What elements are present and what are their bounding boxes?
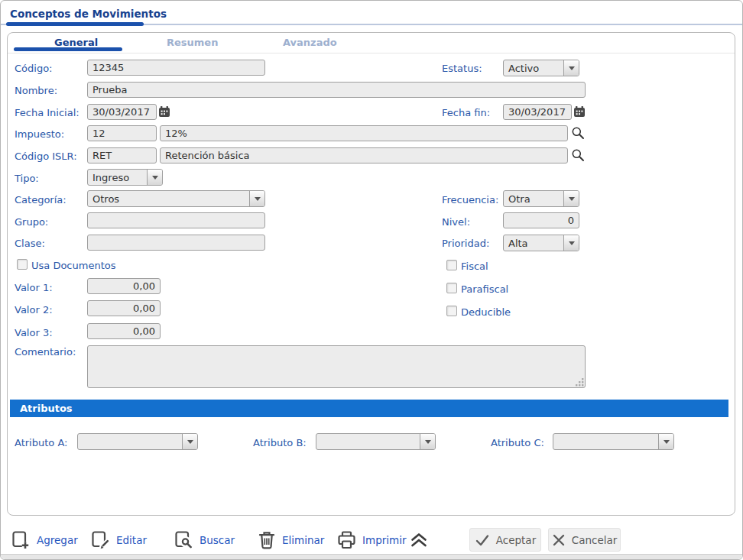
usa-documentos-label: Usa Documentos (31, 260, 115, 271)
valor2-input[interactable] (87, 300, 161, 316)
prioridad-value: Alta (504, 235, 563, 251)
atributos-section-header: Atributos (10, 400, 728, 417)
frecuencia-value: Otra (504, 191, 563, 206)
atributo-c-label: Atributo C: (491, 437, 544, 448)
chevron-down-icon[interactable] (420, 434, 435, 449)
chevron-down-icon[interactable] (147, 170, 162, 185)
collapse-toolbar-button[interactable] (408, 528, 430, 552)
codigo-input[interactable] (87, 60, 265, 76)
atributo-b-label: Atributo B: (253, 437, 307, 448)
codigo-islr-label: Código ISLR: (15, 151, 77, 162)
chevron-down-icon[interactable] (658, 434, 673, 449)
comentario-textarea[interactable] (87, 345, 586, 388)
codigo-islr-code-input[interactable] (87, 147, 157, 163)
fiscal-label: Fiscal (461, 261, 488, 272)
atributo-c-value (553, 434, 658, 449)
valor3-input[interactable] (87, 323, 161, 339)
tab-general[interactable]: General (54, 37, 98, 48)
edit-document-icon (90, 529, 111, 551)
clase-input[interactable] (87, 235, 265, 251)
chevron-down-icon[interactable] (249, 191, 264, 206)
fiscal-checkbox[interactable] (446, 260, 457, 270)
eliminar-button[interactable]: Eliminar (257, 528, 324, 552)
trash-icon (257, 529, 277, 551)
buscar-button[interactable]: Buscar (174, 528, 235, 552)
grupo-label: Grupo: (15, 216, 48, 228)
deducible-label: Deducible (461, 306, 511, 318)
parafiscal-label: Parafiscal (461, 283, 508, 295)
usa-documentos-checkbox[interactable] (17, 259, 28, 270)
prioridad-dropdown[interactable]: Alta (503, 235, 579, 251)
estatus-dropdown[interactable]: Activo (503, 60, 579, 76)
atributo-b-value (316, 434, 420, 449)
valor2-label: Valor 2: (15, 304, 53, 316)
codigo-islr-description-input[interactable] (160, 147, 568, 163)
prioridad-label: Prioridad: (442, 238, 489, 249)
cancelar-label: Cancelar (572, 534, 618, 546)
impuesto-description-input[interactable] (160, 125, 568, 141)
buscar-label: Buscar (200, 534, 235, 546)
double-chevron-up-icon (408, 530, 430, 550)
nivel-input[interactable] (503, 212, 579, 228)
categoria-dropdown[interactable]: Otros (87, 190, 265, 207)
search-document-icon (174, 529, 194, 551)
frecuencia-dropdown[interactable]: Otra (503, 190, 579, 207)
fecha-inicial-input[interactable] (87, 104, 157, 120)
nombre-input[interactable] (87, 82, 586, 98)
aceptar-label: Aceptar (496, 534, 536, 546)
eliminar-label: Eliminar (282, 534, 324, 546)
nombre-label: Nombre: (15, 85, 57, 96)
aceptar-button[interactable]: Aceptar (469, 528, 541, 552)
clase-label: Clase: (15, 238, 45, 249)
tipo-label: Tipo: (15, 173, 39, 184)
categoria-value: Otros (88, 191, 249, 206)
fecha-fin-label: Fecha fin: (442, 107, 490, 118)
search-icon[interactable] (571, 148, 585, 162)
chevron-down-icon[interactable] (563, 191, 579, 206)
cancelar-button[interactable]: Cancelar (548, 528, 621, 552)
tab-resumen[interactable]: Resumen (167, 37, 218, 48)
tab-avanzado[interactable]: Avanzado (283, 37, 337, 48)
chevron-down-icon[interactable] (563, 235, 579, 251)
deducible-checkbox[interactable] (446, 306, 457, 316)
page-title: Conceptos de Movimientos (10, 8, 167, 20)
agregar-button[interactable]: Agregar (11, 528, 78, 552)
window-bottom-strip (1, 554, 742, 559)
tab-bar: General Resumen Avanzado (8, 33, 735, 53)
imprimir-label: Imprimir (362, 534, 406, 546)
conceptos-de-movimientos-window: Conceptos de Movimientos General Resumen… (0, 0, 743, 560)
fecha-fin-input[interactable] (503, 104, 572, 120)
search-icon[interactable] (571, 126, 585, 140)
chevron-down-icon[interactable] (182, 434, 197, 449)
valor3-label: Valor 3: (15, 327, 53, 338)
calendar-icon[interactable] (158, 105, 170, 118)
parafiscal-checkbox[interactable] (446, 283, 457, 293)
tipo-value: Ingreso (88, 170, 147, 185)
impuesto-code-input[interactable] (87, 125, 157, 141)
add-document-icon (11, 529, 31, 551)
valor1-label: Valor 1: (15, 282, 53, 293)
check-icon (475, 533, 490, 547)
grupo-input[interactable] (87, 212, 265, 228)
imprimir-button[interactable]: Imprimir (336, 528, 406, 552)
fecha-inicial-label: Fecha Inicial: (15, 107, 79, 118)
impuesto-label: Impuesto: (15, 128, 64, 140)
nivel-label: Nivel: (442, 216, 470, 228)
atributo-c-dropdown[interactable] (553, 433, 674, 450)
codigo-label: Código: (15, 63, 52, 74)
categoria-label: Categoría: (15, 194, 67, 206)
atributo-a-dropdown[interactable] (77, 433, 198, 450)
editar-button[interactable]: Editar (90, 528, 147, 552)
close-icon (552, 533, 566, 547)
active-tab-underline (14, 47, 122, 51)
atributo-b-dropdown[interactable] (316, 433, 436, 450)
frecuencia-label: Frecuencia: (442, 194, 498, 206)
valor1-input[interactable] (87, 278, 161, 294)
calendar-icon[interactable] (573, 105, 586, 118)
atributo-a-value (78, 434, 182, 449)
chevron-down-icon[interactable] (563, 60, 579, 76)
tipo-dropdown[interactable]: Ingreso (87, 169, 163, 186)
title-accent-bar (6, 22, 144, 26)
agregar-label: Agregar (37, 534, 78, 546)
atributo-a-label: Atributo A: (15, 437, 67, 448)
